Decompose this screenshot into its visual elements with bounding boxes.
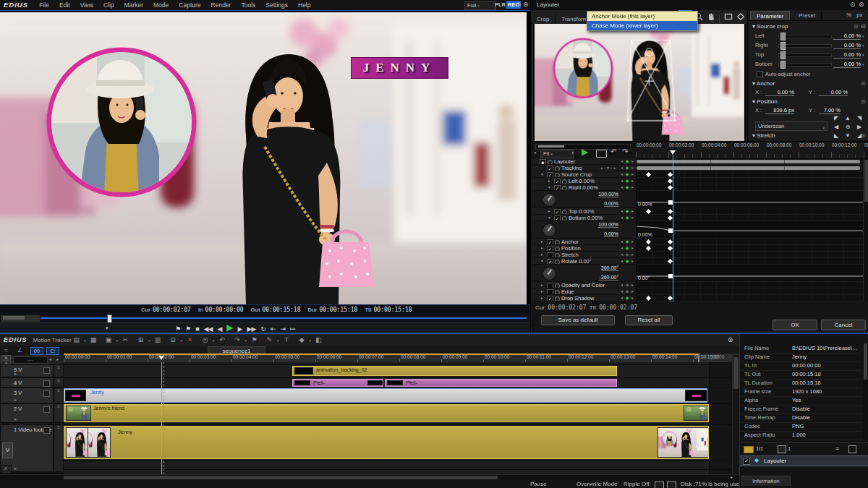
parameter-enabled-checkbox[interactable] <box>547 252 553 258</box>
dpad-arrow-7[interactable]: ▼ <box>842 132 854 140</box>
kf-lane[interactable] <box>637 171 863 178</box>
clip-pfeil-[interactable]: Pfeil- <box>292 379 383 387</box>
keyframe-nav[interactable]: ◂ ◆ ▸ <box>621 165 634 171</box>
keyframe-nav[interactable]: ◂ ◆ ▸ <box>621 282 634 288</box>
keyframe-diamond[interactable] <box>668 172 673 177</box>
parameter-enabled-checkbox[interactable]: ✓ <box>554 209 561 215</box>
kf-play-button[interactable]: ▶ <box>582 147 588 157</box>
kf-scrollbar[interactable] <box>863 158 868 301</box>
collapse-icon[interactable]: ⊟ <box>861 23 866 30</box>
dpad-arrow-2[interactable]: ◥ <box>854 114 865 123</box>
keyframe-diamond[interactable] <box>668 209 673 214</box>
monitor-icon[interactable] <box>655 481 664 488</box>
section-anchor[interactable]: ▾ Anchor <box>752 80 775 87</box>
stopwatch-icon[interactable] <box>555 240 560 245</box>
expand-icon[interactable]: ▾ <box>548 185 550 189</box>
spinner-icon[interactable]: ▾ <box>862 53 864 57</box>
bin-folder-icon[interactable] <box>744 446 754 453</box>
kf-lane[interactable] <box>637 245 863 252</box>
slider-handle[interactable] <box>780 51 786 59</box>
range-min-value[interactable]: -360.00° <box>599 275 618 281</box>
clip-animation-tracking-02[interactable]: animation_tracking_02 <box>292 366 617 376</box>
stopwatch-icon[interactable] <box>555 173 560 178</box>
position-dpad[interactable]: ◤▲◥◀⊕▶◣▼◢ <box>830 114 865 140</box>
kf-row-tracking[interactable]: ✓Tracking« ‹ × › »◂ ◆ ▸ <box>531 165 637 171</box>
expand-icon[interactable]: ▸ <box>14 381 17 386</box>
track-patch-strip[interactable]: ≡ <box>54 377 64 388</box>
dpad-arrow-3[interactable]: ◀ <box>830 123 842 132</box>
info-scrollbar[interactable] <box>863 343 868 440</box>
menu-item-chase-mode[interactable]: Chase Mode (lower layer) <box>587 21 697 30</box>
kf-fit-select[interactable]: Fit ▾ <box>540 150 574 158</box>
stopwatch-icon[interactable] <box>555 296 560 301</box>
track-mute-button[interactable] <box>43 367 50 374</box>
expand-icon[interactable]: ▸ <box>14 397 17 402</box>
redo-icon[interactable]: ↷ <box>230 336 245 343</box>
gear-icon[interactable]: ⊙ <box>861 98 866 105</box>
keyframe-nav[interactable]: ◂ ◆ ▸ <box>621 295 634 301</box>
reset-all-button[interactable]: Reset all <box>625 315 673 325</box>
tab-information[interactable]: Information <box>741 476 791 486</box>
parameter-enabled-checkbox[interactable] <box>547 289 553 295</box>
expand-icon[interactable]: ▸ <box>548 209 550 213</box>
kf-lane[interactable] <box>637 215 863 221</box>
scroll-right-icon[interactable]: ▸ <box>731 474 733 479</box>
ok-button[interactable]: OK <box>773 320 817 330</box>
kf-row-position[interactable]: ▸✓Position◂ ◆ ▸ <box>531 245 637 252</box>
expand-icon[interactable]: ▸ <box>541 289 543 294</box>
expand-icon[interactable]: ▸ <box>548 179 550 183</box>
track-patch-strip[interactable]: ≡ <box>54 403 64 423</box>
kf-redo-icon[interactable]: ↷ <box>622 147 628 155</box>
scrub-bar[interactable] <box>0 314 530 322</box>
parameter-enabled-checkbox[interactable]: ✓ <box>547 296 553 301</box>
kf-row-right-0-00-[interactable]: ▾✓Right 0.00%◂ ◆ ▸ <box>531 184 637 191</box>
keyframe-nav[interactable]: ◂ ◆ ▸ <box>621 239 634 245</box>
plr-button[interactable]: PLR <box>495 1 506 8</box>
gear-icon[interactable]: ⊙ <box>854 23 859 30</box>
position-y-value[interactable]: 7.00 % <box>819 107 841 114</box>
value-dial[interactable] <box>542 193 556 207</box>
keyframe-nav[interactable]: ◂ ◆ ▸ <box>621 288 634 295</box>
position-track[interactable] <box>41 317 527 319</box>
kf-row-opacity-and-color[interactable]: ▸Opacity and Color◂ ◆ ▸ <box>531 282 637 288</box>
menu-item-view[interactable]: View <box>75 0 98 9</box>
gear-icon[interactable]: ⊙ <box>861 80 866 87</box>
kf-row-source-crop[interactable]: ▾✓Source Crop◂ ◆ ▸ <box>531 171 637 178</box>
track-patch-strip[interactable]: ≡ <box>54 364 64 377</box>
spinner-icon[interactable]: ▾ <box>862 34 864 38</box>
crop-rect-tool-icon[interactable] <box>722 12 734 22</box>
unit-px-button[interactable]: px <box>856 12 862 18</box>
grid-view-icon[interactable] <box>848 445 856 453</box>
expand-icon[interactable]: ▾ <box>541 172 543 176</box>
status-ripple[interactable]: Ripple Off <box>624 481 649 487</box>
dual-monitor-icon[interactable] <box>667 481 676 488</box>
menu-item-capture[interactable]: Capture <box>174 0 205 9</box>
expand-icon[interactable]: ▸ <box>541 239 543 244</box>
expand-icon[interactable]: ▸ <box>541 246 543 250</box>
source-mapping-select[interactable]: ---- <box>13 356 48 364</box>
track-mute-button[interactable] <box>43 380 50 387</box>
keyframe-diamond[interactable] <box>668 246 673 251</box>
help-icon[interactable]: ⊙ <box>850 0 856 9</box>
expand-icon[interactable]: ▸ <box>14 371 17 376</box>
track-header-3-v[interactable]: 3 V▸ <box>0 388 54 403</box>
kf-lane[interactable] <box>637 158 863 165</box>
slider-handle[interactable] <box>780 33 786 40</box>
menu-item-anchor-mode[interactable]: Anchor Mode (this layer) <box>587 12 697 21</box>
menu-item-clip[interactable]: Clip <box>98 0 119 9</box>
keyframe-nav[interactable]: ◂ ◆ ▸ <box>621 158 634 165</box>
undo-icon[interactable]: ↶ <box>215 336 230 343</box>
keyframe-diamond[interactable] <box>668 239 673 244</box>
video-patch-badge[interactable]: V <box>2 442 13 458</box>
parameter-enabled-checkbox[interactable]: ✓ <box>547 246 553 252</box>
expand-icon[interactable]: ▸ <box>541 252 543 257</box>
crop-top-value[interactable]: 0.00 % <box>833 51 861 59</box>
value-dial[interactable] <box>542 267 556 281</box>
spinner-icon[interactable]: ▾ <box>862 62 864 67</box>
spinner-icon[interactable]: ▾ <box>862 43 864 48</box>
close-icon[interactable]: ⊗ <box>859 0 864 9</box>
parameter-enabled-checkbox[interactable]: ✓ <box>554 179 561 184</box>
timeline-playhead-marker[interactable] <box>158 356 164 360</box>
select-mode-icon[interactable]: ◎ <box>197 336 213 343</box>
crop-bottom-slider[interactable] <box>778 63 832 67</box>
